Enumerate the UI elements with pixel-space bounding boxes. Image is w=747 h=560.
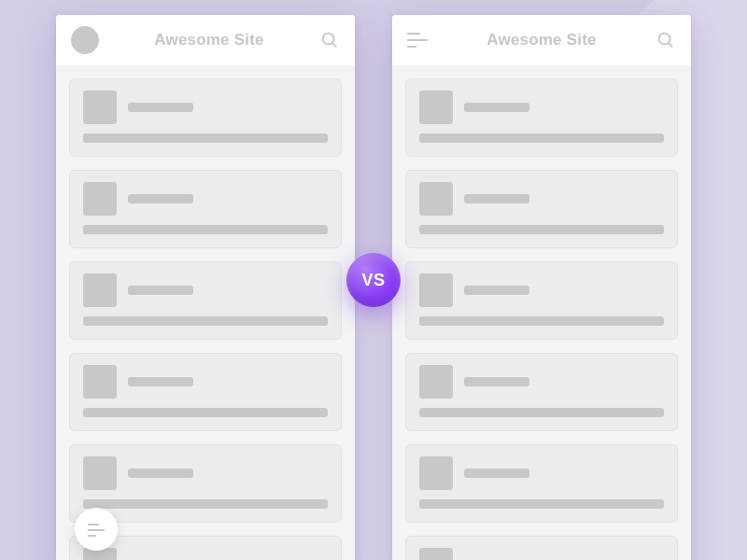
text-placeholder: [464, 103, 529, 112]
list-item[interactable]: [405, 170, 678, 248]
search-icon[interactable]: [319, 30, 340, 50]
thumbnail-placeholder: [419, 456, 453, 490]
text-placeholder: [419, 499, 664, 509]
text-placeholder: [128, 194, 193, 203]
search-icon[interactable]: [655, 30, 676, 50]
text-placeholder: [83, 225, 328, 234]
menu-icon: [88, 524, 105, 536]
vs-badge: VS: [346, 253, 401, 307]
text-placeholder: [83, 316, 328, 326]
phone-mockup-right: Awesome Site: [392, 15, 691, 560]
text-placeholder: [419, 408, 664, 417]
list-item[interactable]: [69, 170, 342, 248]
list-item[interactable]: [69, 353, 342, 431]
thumbnail-placeholder: [419, 273, 453, 307]
text-placeholder: [419, 133, 664, 143]
thumbnail-placeholder: [419, 365, 453, 399]
text-placeholder: [83, 499, 328, 509]
text-placeholder: [464, 377, 529, 386]
phone-mockup-left: Awesome Site: [56, 15, 355, 560]
avatar[interactable]: [71, 26, 99, 54]
list-item[interactable]: [405, 261, 678, 340]
list-item[interactable]: [405, 78, 678, 157]
header: Awesome Site: [392, 15, 691, 65]
list-item[interactable]: [405, 444, 678, 523]
text-placeholder: [464, 469, 529, 478]
thumbnail-placeholder: [83, 273, 117, 307]
svg-line-1: [332, 43, 336, 47]
site-title: Awesome Site: [112, 31, 306, 49]
thumbnail-placeholder: [83, 456, 117, 490]
svg-point-0: [323, 34, 334, 45]
svg-line-3: [669, 43, 672, 47]
thumbnail-placeholder: [83, 91, 117, 124]
thumbnail-placeholder: [83, 182, 117, 216]
feed-list: [392, 65, 691, 560]
list-item[interactable]: [405, 536, 678, 560]
thumbnail-placeholder: [83, 365, 117, 399]
text-placeholder: [83, 133, 328, 143]
thumbnail-placeholder: [419, 182, 453, 216]
text-placeholder: [83, 408, 328, 417]
text-placeholder: [128, 469, 193, 478]
text-placeholder: [419, 225, 664, 234]
svg-point-2: [659, 34, 670, 45]
text-placeholder: [128, 103, 193, 112]
text-placeholder: [128, 377, 193, 386]
menu-fab-button[interactable]: [75, 508, 118, 551]
text-placeholder: [464, 194, 529, 203]
list-item[interactable]: [405, 353, 678, 431]
text-placeholder: [419, 316, 664, 326]
thumbnail-placeholder: [419, 548, 453, 560]
thumbnail-placeholder: [419, 91, 453, 124]
list-item[interactable]: [69, 261, 342, 340]
feed-list: [56, 65, 355, 560]
text-placeholder: [464, 286, 529, 295]
list-item[interactable]: [69, 444, 342, 523]
header: Awesome Site: [56, 15, 355, 65]
text-placeholder: [128, 286, 193, 295]
site-title: Awesome Site: [441, 31, 642, 49]
list-item[interactable]: [69, 78, 342, 157]
menu-icon[interactable]: [407, 33, 428, 48]
vs-label: VS: [361, 271, 385, 290]
